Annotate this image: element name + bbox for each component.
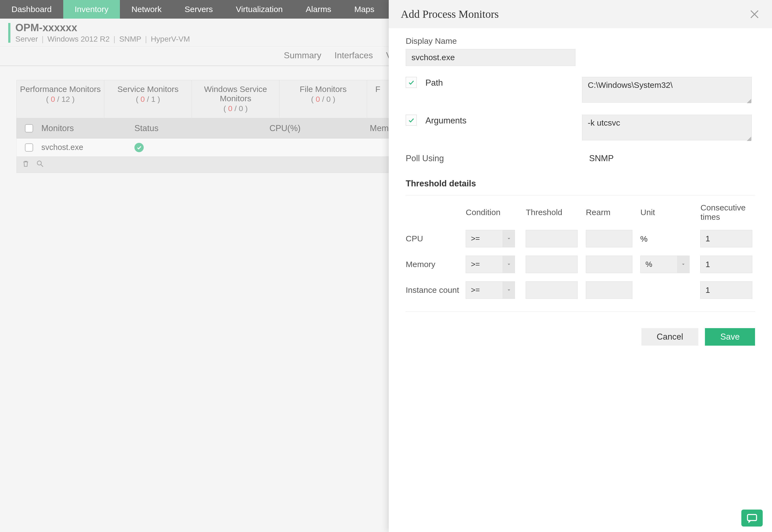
page-title: OPM-xxxxxx xyxy=(15,22,190,34)
accent-bar xyxy=(8,23,10,43)
chevron-down-icon[interactable] xyxy=(678,256,690,273)
rearm-input[interactable] xyxy=(586,256,632,273)
col-status[interactable]: Status xyxy=(134,123,227,133)
sub-os: Windows 2012 R2 xyxy=(47,35,109,43)
arguments-label: Arguments xyxy=(426,115,573,126)
path-checkbox[interactable] xyxy=(406,77,417,88)
nav-item-alarms[interactable]: Alarms xyxy=(294,0,343,19)
status-ok-icon xyxy=(134,143,144,152)
unit-text: % xyxy=(640,234,694,244)
col-monitors[interactable]: Monitors xyxy=(41,123,134,133)
chevron-down-icon[interactable] xyxy=(503,256,515,273)
rearm-input[interactable] xyxy=(586,281,632,299)
sub-protocol: SNMP xyxy=(119,35,141,43)
unit-select[interactable]: % xyxy=(640,256,690,273)
threshold-input[interactable] xyxy=(526,281,578,299)
nav-item-maps[interactable]: Maps xyxy=(343,0,386,19)
add-process-monitors-panel: Add Process Monitors Display Name Path A… xyxy=(389,0,772,532)
close-icon[interactable] xyxy=(749,9,760,20)
nav-item-inventory[interactable]: Inventory xyxy=(63,0,120,19)
search-icon[interactable] xyxy=(36,160,44,168)
th-col-consecutive: Consecutive times xyxy=(701,203,755,222)
row-monitor-name: svchost.exe xyxy=(41,143,134,152)
th-col-threshold: Threshold xyxy=(526,208,586,217)
display-name-label: Display Name xyxy=(406,36,755,46)
rearm-input[interactable] xyxy=(586,230,632,247)
divider xyxy=(406,311,755,312)
threshold-metric-name: Memory xyxy=(406,260,466,269)
divider xyxy=(406,195,755,195)
tab-interfaces[interactable]: Interfaces xyxy=(334,50,373,60)
row-checkbox[interactable] xyxy=(25,143,33,152)
monitor-tab[interactable]: Windows Service Monitors( 0 / 0 ) xyxy=(192,80,279,118)
threshold-input[interactable] xyxy=(526,230,578,247)
threshold-title: Threshold details xyxy=(406,179,755,189)
trash-icon[interactable] xyxy=(22,160,30,168)
resize-grip-icon[interactable] xyxy=(747,137,751,141)
th-col-condition: Condition xyxy=(466,208,526,217)
sub-server: Server xyxy=(15,35,38,43)
condition-select[interactable]: >= xyxy=(466,230,515,247)
th-col-rearm: Rearm xyxy=(586,208,640,217)
consecutive-input[interactable] xyxy=(700,256,752,273)
chevron-down-icon[interactable] xyxy=(503,281,515,299)
poll-using-value: SNMP xyxy=(589,154,614,163)
chat-widget[interactable] xyxy=(741,510,763,527)
consecutive-input[interactable] xyxy=(700,230,752,247)
page-subtitle: Server | Windows 2012 R2 | SNMP | HyperV… xyxy=(15,35,190,44)
panel-header: Add Process Monitors xyxy=(389,0,772,28)
col-cpu[interactable]: CPU(%) xyxy=(227,123,342,133)
path-input[interactable] xyxy=(582,77,752,103)
path-label: Path xyxy=(426,77,573,88)
display-name-input[interactable] xyxy=(406,49,576,66)
threshold-row: Instance count>= xyxy=(406,281,755,299)
condition-select[interactable]: >= xyxy=(466,256,515,273)
threshold-metric-name: CPU xyxy=(406,234,466,243)
threshold-row: CPU>=% xyxy=(406,230,755,247)
svg-rect-4 xyxy=(748,514,757,521)
chevron-down-icon[interactable] xyxy=(503,230,515,247)
arguments-checkbox[interactable] xyxy=(406,115,417,126)
svg-line-1 xyxy=(41,165,43,167)
threshold-header-row: Condition Threshold Rearm Unit Consecuti… xyxy=(406,203,755,222)
nav-item-network[interactable]: Network xyxy=(120,0,173,19)
resize-grip-icon[interactable] xyxy=(747,99,751,103)
svg-point-0 xyxy=(37,161,41,165)
panel-title: Add Process Monitors xyxy=(401,8,499,21)
nav-item-dashboard[interactable]: Dashboard xyxy=(0,0,63,19)
save-button[interactable]: Save xyxy=(705,328,755,346)
monitor-tab[interactable]: Service Monitors( 0 / 1 ) xyxy=(104,80,192,118)
sub-vm: HyperV-VM xyxy=(151,35,190,43)
nav-item-servers[interactable]: Servers xyxy=(173,0,224,19)
poll-using-label: Poll Using xyxy=(406,154,589,163)
threshold-input[interactable] xyxy=(526,256,578,273)
monitor-tab[interactable]: Performance Monitors( 0 / 12 ) xyxy=(17,80,104,118)
consecutive-input[interactable] xyxy=(700,281,752,299)
arguments-input[interactable] xyxy=(582,115,752,140)
monitor-tab[interactable]: File Monitors( 0 / 0 ) xyxy=(279,80,367,118)
cancel-button[interactable]: Cancel xyxy=(641,328,699,346)
threshold-row: Memory>=% xyxy=(406,256,755,273)
nav-item-virtualization[interactable]: Virtualization xyxy=(224,0,294,19)
select-all-checkbox[interactable] xyxy=(25,124,33,132)
threshold-metric-name: Instance count xyxy=(406,285,466,295)
condition-select[interactable]: >= xyxy=(466,281,515,299)
th-col-unit: Unit xyxy=(640,208,700,217)
tab-summary[interactable]: Summary xyxy=(284,50,321,60)
